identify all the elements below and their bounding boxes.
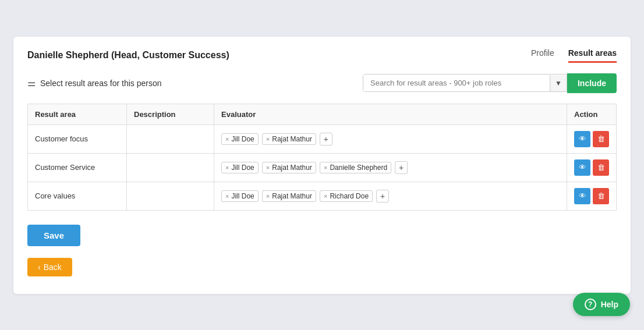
back-label: Back	[44, 262, 62, 272]
col-result-area: Result area	[28, 104, 127, 125]
delete-button[interactable]: 🗑	[593, 159, 609, 176]
add-evaluator-button[interactable]: +	[376, 190, 389, 203]
action-cell: 👁🗑	[567, 182, 617, 210]
action-buttons: 👁🗑	[574, 159, 609, 176]
view-button[interactable]: 👁	[574, 159, 590, 176]
action-cell: 👁🗑	[567, 153, 617, 182]
evaluator-tag: ×Rajat Mathur	[262, 133, 316, 145]
evaluator-tag: ×Jill Doe	[221, 133, 259, 145]
evaluator-name: Jill Doe	[231, 192, 254, 200]
toolbar-left: ⚌ Select result areas for this person	[27, 77, 162, 88]
evaluator-tag: ×Danielle Shepherd	[320, 162, 391, 173]
delete-button[interactable]: 🗑	[593, 188, 609, 204]
table-row: Customer focus×Jill Doe×Rajat Mathur+👁🗑	[28, 125, 617, 153]
card-header: Danielle Shepherd (Head, Customer Succes…	[27, 48, 617, 63]
remove-evaluator-icon[interactable]: ×	[324, 193, 327, 200]
evaluator-tags: ×Jill Doe×Rajat Mathur×Richard Doe+	[221, 190, 560, 203]
toolbar-right: ▼ Include	[363, 73, 617, 93]
back-section: ‹ Back	[27, 258, 617, 276]
evaluator-name: Jill Doe	[231, 164, 254, 172]
evaluator-tag: ×Jill Doe	[221, 190, 259, 202]
remove-evaluator-icon[interactable]: ×	[225, 136, 229, 143]
evaluator-tag: ×Rajat Mathur	[262, 190, 316, 202]
col-evaluator: Evaluator	[214, 104, 567, 125]
remove-evaluator-icon[interactable]: ×	[266, 193, 270, 200]
action-cell: 👁🗑	[567, 125, 617, 153]
evaluator-name: Rajat Mathur	[272, 192, 312, 200]
table-header-row: Result area Description Evaluator Action	[28, 104, 617, 125]
help-label: Help	[601, 300, 618, 309]
search-dropdown-arrow[interactable]: ▼	[550, 75, 567, 91]
evaluator-cell: ×Jill Doe×Rajat Mathur×Danielle Shepherd…	[214, 153, 567, 182]
delete-button[interactable]: 🗑	[593, 131, 609, 147]
action-buttons: 👁🗑	[574, 188, 609, 204]
evaluator-tags: ×Jill Doe×Rajat Mathur+	[221, 133, 560, 146]
back-arrow-icon: ‹	[38, 262, 41, 272]
help-button[interactable]: ? Help	[573, 293, 630, 316]
evaluator-name: Rajat Mathur	[272, 164, 312, 172]
tab-profile[interactable]: Profile	[531, 48, 554, 63]
add-evaluator-button[interactable]: +	[320, 133, 332, 146]
add-evaluator-button[interactable]: +	[395, 161, 408, 174]
remove-evaluator-icon[interactable]: ×	[266, 136, 270, 143]
toolbar: ⚌ Select result areas for this person ▼ …	[27, 73, 617, 93]
evaluator-name: Rajat Mathur	[272, 135, 312, 143]
col-action: Action	[567, 104, 617, 125]
evaluator-cell: ×Jill Doe×Rajat Mathur+	[214, 125, 567, 153]
evaluator-name: Richard Doe	[330, 192, 369, 200]
evaluator-tag: ×Jill Doe	[221, 162, 259, 173]
main-card: Danielle Shepherd (Head, Customer Succes…	[13, 37, 631, 294]
select-label: Select result areas for this person	[40, 79, 162, 88]
evaluator-tag: ×Richard Doe	[320, 190, 373, 202]
header-tabs: Profile Result areas	[531, 48, 617, 63]
description-cell	[127, 182, 214, 210]
remove-evaluator-icon[interactable]: ×	[266, 164, 270, 171]
evaluator-tags: ×Jill Doe×Rajat Mathur×Danielle Shepherd…	[221, 161, 560, 174]
table-row: Customer Service×Jill Doe×Rajat Mathur×D…	[28, 153, 617, 182]
table-row: Core values×Jill Doe×Rajat Mathur×Richar…	[28, 182, 617, 210]
result-areas-table: Result area Description Evaluator Action…	[27, 104, 617, 211]
page-title: Danielle Shepherd (Head, Customer Succes…	[27, 50, 229, 61]
evaluator-name: Danielle Shepherd	[330, 164, 387, 172]
evaluator-name: Jill Doe	[231, 135, 254, 143]
evaluator-tag: ×Rajat Mathur	[262, 162, 316, 173]
back-button[interactable]: ‹ Back	[27, 258, 72, 276]
col-description: Description	[127, 104, 214, 125]
remove-evaluator-icon[interactable]: ×	[225, 164, 229, 171]
remove-evaluator-icon[interactable]: ×	[324, 164, 327, 171]
search-container: ▼	[363, 74, 567, 92]
description-cell	[127, 125, 214, 153]
result-area-cell: Customer focus	[28, 125, 127, 153]
save-button[interactable]: Save	[27, 225, 80, 246]
help-circle-icon: ?	[585, 299, 596, 310]
include-button[interactable]: Include	[567, 73, 617, 93]
action-buttons: 👁🗑	[574, 131, 609, 147]
save-section: Save	[27, 225, 617, 258]
result-area-cell: Core values	[28, 182, 127, 210]
filter-icon: ⚌	[27, 77, 36, 88]
view-button[interactable]: 👁	[574, 188, 590, 204]
view-button[interactable]: 👁	[574, 131, 590, 147]
evaluator-cell: ×Jill Doe×Rajat Mathur×Richard Doe+	[214, 182, 567, 210]
search-input[interactable]	[363, 74, 550, 91]
tab-result-areas[interactable]: Result areas	[568, 48, 617, 63]
remove-evaluator-icon[interactable]: ×	[225, 193, 229, 200]
result-area-cell: Customer Service	[28, 153, 127, 182]
description-cell	[127, 153, 214, 182]
